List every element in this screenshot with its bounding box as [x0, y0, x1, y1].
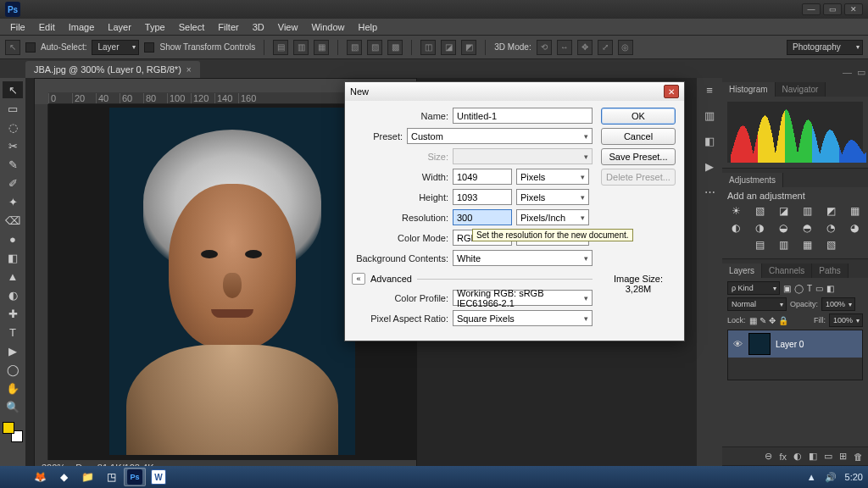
layer-row[interactable]: 👁 Layer 0	[728, 330, 862, 358]
doc-maximize-icon[interactable]: ▭	[857, 67, 865, 78]
cancel-button[interactable]: Cancel	[601, 128, 676, 145]
tab-layers[interactable]: Layers	[722, 263, 762, 278]
tool-10[interactable]: ▲	[3, 268, 23, 285]
align-icon[interactable]: ▦	[314, 40, 329, 55]
dialog-close-button[interactable]: ✕	[664, 85, 679, 98]
tray-volume-icon[interactable]: 🔊	[825, 472, 837, 483]
layers-footer-icon[interactable]: fx	[779, 452, 787, 462]
tool-6[interactable]: ✦	[3, 193, 23, 210]
panel-strip-icon[interactable]: ▶	[701, 158, 718, 175]
layer-filter-icon[interactable]: ◯	[794, 284, 804, 293]
tab-histogram[interactable]: Histogram	[722, 82, 776, 97]
lock-icon[interactable]: ✥	[769, 316, 776, 325]
firefox-icon[interactable]: 🦊	[29, 468, 51, 486]
auto-select-target-dropdown[interactable]: Layer	[92, 40, 139, 55]
width-input[interactable]	[453, 169, 512, 185]
adjustment-icon[interactable]: ▧	[823, 238, 838, 252]
opacity-input[interactable]: 100%	[821, 297, 855, 311]
tool-3[interactable]: ✂	[3, 137, 23, 154]
clock[interactable]: 5:20	[845, 472, 863, 482]
visibility-icon[interactable]: 👁	[732, 338, 743, 350]
adjustment-icon[interactable]: ▤	[752, 238, 767, 252]
resolution-unit-dropdown[interactable]: Pixels/Inch	[516, 209, 589, 225]
layers-footer-icon[interactable]: ⊞	[839, 451, 847, 462]
tab-adjustments[interactable]: Adjustments	[722, 173, 783, 187]
menu-edit[interactable]: Edit	[32, 20, 62, 34]
layers-footer-icon[interactable]: 🗑	[854, 452, 863, 462]
tool-16[interactable]: ✋	[3, 380, 23, 396]
show-transform-checkbox[interactable]	[144, 42, 154, 53]
distribute-icon[interactable]: ▩	[387, 40, 403, 55]
menu-3d[interactable]: 3D	[246, 20, 271, 34]
adjustment-icon[interactable]: ◪	[776, 204, 791, 218]
panel-strip-icon[interactable]: ≡	[701, 81, 718, 98]
lock-icon[interactable]: ▦	[749, 316, 757, 325]
adjustment-icon[interactable]: ▦	[847, 204, 862, 218]
adjustment-icon[interactable]: ▥	[776, 238, 791, 252]
dialog-titlebar[interactable]: New ✕	[345, 82, 684, 101]
mode3d-icon[interactable]: ↔	[557, 40, 572, 55]
menu-view[interactable]: View	[271, 20, 305, 34]
lock-icon[interactable]: 🔒	[778, 316, 788, 325]
document-tab-close[interactable]: ×	[186, 65, 192, 75]
tool-17[interactable]: 🔍	[3, 398, 23, 415]
tool-11[interactable]: ◐	[3, 286, 23, 303]
tool-5[interactable]: ✐	[3, 175, 23, 191]
tool-8[interactable]: ●	[3, 230, 23, 247]
adjustment-icon[interactable]: ☀	[728, 204, 743, 218]
mode3d-icon[interactable]: ✥	[577, 40, 593, 55]
layers-footer-icon[interactable]: ◧	[809, 451, 817, 462]
tab-paths[interactable]: Paths	[812, 263, 849, 278]
mode3d-icon[interactable]: ⤢	[598, 40, 613, 55]
colorprofile-dropdown[interactable]: Working RGB: sRGB IEC61966-2.1	[453, 290, 593, 306]
adjustment-icon[interactable]: ▧	[752, 204, 767, 218]
menu-type[interactable]: Type	[138, 20, 172, 34]
menu-image[interactable]: Image	[62, 20, 102, 34]
adjustment-icon[interactable]: ▥	[799, 204, 815, 218]
resolution-input[interactable]	[453, 209, 512, 225]
distribute-icon[interactable]: ▨	[367, 40, 382, 55]
window-minimize-button[interactable]: —	[802, 3, 821, 15]
distribute-icon[interactable]: ▧	[347, 40, 362, 55]
panel-strip-icon[interactable]: ◧	[701, 132, 718, 149]
tray-up-icon[interactable]: ▲	[807, 472, 816, 482]
tool-4[interactable]: ✎	[3, 156, 23, 173]
distribute-icon[interactable]: ◩	[461, 40, 476, 55]
doc-minimize-icon[interactable]: —	[843, 67, 852, 78]
app1-icon[interactable]: ◆	[53, 468, 75, 486]
fill-input[interactable]: 100%	[829, 313, 863, 327]
adjustment-icon[interactable]: ◕	[847, 221, 862, 235]
layers-footer-icon[interactable]: ▭	[824, 451, 832, 462]
app2-icon[interactable]: ◳	[100, 468, 122, 486]
adjustment-icon[interactable]: ◓	[799, 221, 815, 235]
tool-7[interactable]: ⌫	[3, 212, 23, 229]
distribute-icon[interactable]: ◪	[441, 40, 456, 55]
distribute-icon[interactable]: ◫	[420, 40, 436, 55]
photoshop-icon[interactable]: Ps	[124, 468, 146, 486]
menu-layer[interactable]: Layer	[101, 20, 138, 34]
document-tab[interactable]: JBA.jpg @ 300% (Layer 0, RGB/8*) ×	[25, 61, 200, 78]
tool-15[interactable]: ◯	[3, 361, 23, 378]
menu-filter[interactable]: Filter	[211, 20, 245, 34]
layer-filter-icon[interactable]: T	[807, 284, 812, 293]
tool-1[interactable]: ▭	[3, 100, 23, 117]
name-input[interactable]	[453, 108, 593, 124]
word-icon[interactable]: W	[147, 468, 170, 486]
lock-icon[interactable]: ✎	[760, 316, 766, 325]
menu-file[interactable]: File	[3, 20, 32, 34]
preset-dropdown[interactable]: Custom	[407, 128, 593, 144]
layers-footer-icon[interactable]: ⊖	[765, 451, 772, 462]
tool-13[interactable]: T	[3, 324, 23, 341]
adjustment-icon[interactable]: ▦	[799, 238, 815, 252]
adjustment-icon[interactable]: ◐	[728, 221, 743, 235]
advanced-toggle[interactable]: «	[352, 273, 365, 285]
apple-icon[interactable]	[5, 468, 27, 486]
menu-window[interactable]: Window	[304, 20, 351, 34]
tool-12[interactable]: ✚	[3, 305, 23, 322]
tool-2[interactable]: ◌	[3, 119, 23, 136]
adjustment-icon[interactable]: ◔	[823, 221, 838, 235]
ok-button[interactable]: OK	[601, 108, 676, 125]
tool-14[interactable]: ▶	[3, 342, 23, 359]
color-swatches[interactable]	[3, 422, 23, 442]
mode3d-icon[interactable]: ◎	[618, 40, 633, 55]
